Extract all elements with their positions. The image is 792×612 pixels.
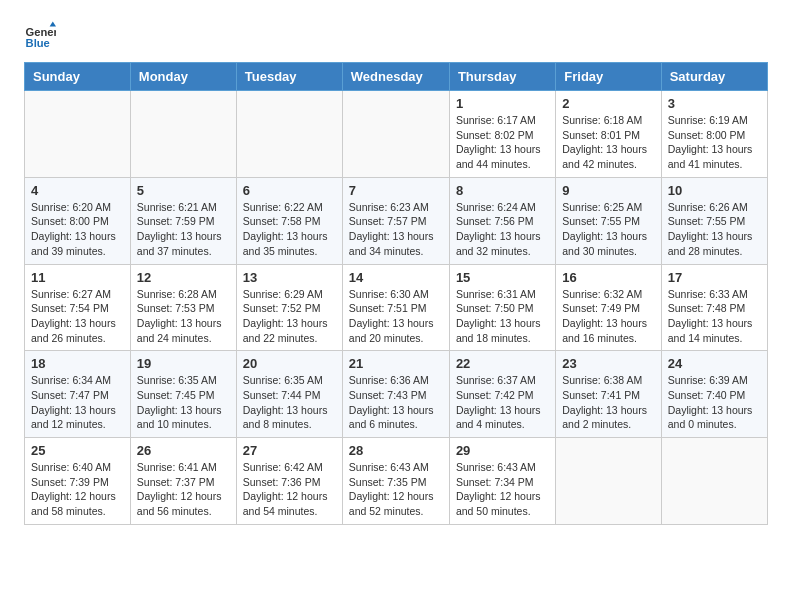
day-number: 29: [456, 443, 549, 458]
svg-text:Blue: Blue: [26, 37, 50, 49]
day-number: 19: [137, 356, 230, 371]
day-info: Sunrise: 6:35 AMSunset: 7:44 PMDaylight:…: [243, 373, 336, 432]
day-info: Sunrise: 6:27 AMSunset: 7:54 PMDaylight:…: [31, 287, 124, 346]
calendar-cell: 10Sunrise: 6:26 AMSunset: 7:55 PMDayligh…: [661, 177, 767, 264]
calendar-week-4: 18Sunrise: 6:34 AMSunset: 7:47 PMDayligh…: [25, 351, 768, 438]
calendar-cell: 14Sunrise: 6:30 AMSunset: 7:51 PMDayligh…: [342, 264, 449, 351]
calendar-cell: 13Sunrise: 6:29 AMSunset: 7:52 PMDayligh…: [236, 264, 342, 351]
svg-text:General: General: [26, 26, 56, 38]
day-info: Sunrise: 6:19 AMSunset: 8:00 PMDaylight:…: [668, 113, 761, 172]
calendar-weekday-monday: Monday: [130, 63, 236, 91]
calendar-cell: 9Sunrise: 6:25 AMSunset: 7:55 PMDaylight…: [556, 177, 661, 264]
day-number: 25: [31, 443, 124, 458]
calendar-cell: [236, 91, 342, 178]
calendar-week-3: 11Sunrise: 6:27 AMSunset: 7:54 PMDayligh…: [25, 264, 768, 351]
day-info: Sunrise: 6:42 AMSunset: 7:36 PMDaylight:…: [243, 460, 336, 519]
day-number: 23: [562, 356, 654, 371]
calendar-cell: 29Sunrise: 6:43 AMSunset: 7:34 PMDayligh…: [449, 438, 555, 525]
day-info: Sunrise: 6:21 AMSunset: 7:59 PMDaylight:…: [137, 200, 230, 259]
calendar-cell: [25, 91, 131, 178]
day-info: Sunrise: 6:39 AMSunset: 7:40 PMDaylight:…: [668, 373, 761, 432]
day-number: 12: [137, 270, 230, 285]
day-info: Sunrise: 6:33 AMSunset: 7:48 PMDaylight:…: [668, 287, 761, 346]
calendar-cell: 15Sunrise: 6:31 AMSunset: 7:50 PMDayligh…: [449, 264, 555, 351]
day-number: 17: [668, 270, 761, 285]
calendar-cell: 18Sunrise: 6:34 AMSunset: 7:47 PMDayligh…: [25, 351, 131, 438]
day-info: Sunrise: 6:30 AMSunset: 7:51 PMDaylight:…: [349, 287, 443, 346]
day-info: Sunrise: 6:20 AMSunset: 8:00 PMDaylight:…: [31, 200, 124, 259]
day-number: 20: [243, 356, 336, 371]
calendar-cell: 22Sunrise: 6:37 AMSunset: 7:42 PMDayligh…: [449, 351, 555, 438]
day-info: Sunrise: 6:31 AMSunset: 7:50 PMDaylight:…: [456, 287, 549, 346]
day-number: 5: [137, 183, 230, 198]
calendar-cell: 21Sunrise: 6:36 AMSunset: 7:43 PMDayligh…: [342, 351, 449, 438]
calendar-weekday-friday: Friday: [556, 63, 661, 91]
calendar-header: SundayMondayTuesdayWednesdayThursdayFrid…: [25, 63, 768, 91]
svg-marker-2: [50, 22, 56, 27]
calendar-table: SundayMondayTuesdayWednesdayThursdayFrid…: [24, 62, 768, 525]
calendar-cell: 26Sunrise: 6:41 AMSunset: 7:37 PMDayligh…: [130, 438, 236, 525]
day-number: 4: [31, 183, 124, 198]
calendar-cell: 4Sunrise: 6:20 AMSunset: 8:00 PMDaylight…: [25, 177, 131, 264]
calendar-cell: 17Sunrise: 6:33 AMSunset: 7:48 PMDayligh…: [661, 264, 767, 351]
day-number: 15: [456, 270, 549, 285]
logo-icon: General Blue: [24, 20, 56, 52]
day-info: Sunrise: 6:22 AMSunset: 7:58 PMDaylight:…: [243, 200, 336, 259]
day-info: Sunrise: 6:38 AMSunset: 7:41 PMDaylight:…: [562, 373, 654, 432]
day-info: Sunrise: 6:24 AMSunset: 7:56 PMDaylight:…: [456, 200, 549, 259]
day-info: Sunrise: 6:36 AMSunset: 7:43 PMDaylight:…: [349, 373, 443, 432]
day-number: 9: [562, 183, 654, 198]
day-number: 8: [456, 183, 549, 198]
calendar-cell: 12Sunrise: 6:28 AMSunset: 7:53 PMDayligh…: [130, 264, 236, 351]
day-info: Sunrise: 6:29 AMSunset: 7:52 PMDaylight:…: [243, 287, 336, 346]
day-info: Sunrise: 6:41 AMSunset: 7:37 PMDaylight:…: [137, 460, 230, 519]
day-info: Sunrise: 6:23 AMSunset: 7:57 PMDaylight:…: [349, 200, 443, 259]
calendar-cell: 25Sunrise: 6:40 AMSunset: 7:39 PMDayligh…: [25, 438, 131, 525]
day-number: 21: [349, 356, 443, 371]
calendar-cell: 20Sunrise: 6:35 AMSunset: 7:44 PMDayligh…: [236, 351, 342, 438]
day-info: Sunrise: 6:17 AMSunset: 8:02 PMDaylight:…: [456, 113, 549, 172]
day-number: 27: [243, 443, 336, 458]
day-number: 16: [562, 270, 654, 285]
calendar-cell: 11Sunrise: 6:27 AMSunset: 7:54 PMDayligh…: [25, 264, 131, 351]
day-info: Sunrise: 6:35 AMSunset: 7:45 PMDaylight:…: [137, 373, 230, 432]
calendar-weekday-wednesday: Wednesday: [342, 63, 449, 91]
day-number: 26: [137, 443, 230, 458]
calendar-cell: 5Sunrise: 6:21 AMSunset: 7:59 PMDaylight…: [130, 177, 236, 264]
calendar-cell: 23Sunrise: 6:38 AMSunset: 7:41 PMDayligh…: [556, 351, 661, 438]
calendar-cell: 2Sunrise: 6:18 AMSunset: 8:01 PMDaylight…: [556, 91, 661, 178]
calendar-cell: 24Sunrise: 6:39 AMSunset: 7:40 PMDayligh…: [661, 351, 767, 438]
day-number: 10: [668, 183, 761, 198]
calendar-body: 1Sunrise: 6:17 AMSunset: 8:02 PMDaylight…: [25, 91, 768, 525]
calendar-weekday-saturday: Saturday: [661, 63, 767, 91]
calendar-cell: 3Sunrise: 6:19 AMSunset: 8:00 PMDaylight…: [661, 91, 767, 178]
calendar-week-1: 1Sunrise: 6:17 AMSunset: 8:02 PMDaylight…: [25, 91, 768, 178]
day-number: 18: [31, 356, 124, 371]
day-info: Sunrise: 6:26 AMSunset: 7:55 PMDaylight:…: [668, 200, 761, 259]
day-info: Sunrise: 6:37 AMSunset: 7:42 PMDaylight:…: [456, 373, 549, 432]
calendar-cell: [661, 438, 767, 525]
calendar-cell: 28Sunrise: 6:43 AMSunset: 7:35 PMDayligh…: [342, 438, 449, 525]
day-number: 1: [456, 96, 549, 111]
day-info: Sunrise: 6:40 AMSunset: 7:39 PMDaylight:…: [31, 460, 124, 519]
day-info: Sunrise: 6:43 AMSunset: 7:35 PMDaylight:…: [349, 460, 443, 519]
calendar-cell: 16Sunrise: 6:32 AMSunset: 7:49 PMDayligh…: [556, 264, 661, 351]
day-info: Sunrise: 6:34 AMSunset: 7:47 PMDaylight:…: [31, 373, 124, 432]
calendar-cell: 1Sunrise: 6:17 AMSunset: 8:02 PMDaylight…: [449, 91, 555, 178]
calendar-cell: 19Sunrise: 6:35 AMSunset: 7:45 PMDayligh…: [130, 351, 236, 438]
day-number: 14: [349, 270, 443, 285]
calendar-cell: 27Sunrise: 6:42 AMSunset: 7:36 PMDayligh…: [236, 438, 342, 525]
day-info: Sunrise: 6:43 AMSunset: 7:34 PMDaylight:…: [456, 460, 549, 519]
day-number: 24: [668, 356, 761, 371]
calendar-week-2: 4Sunrise: 6:20 AMSunset: 8:00 PMDaylight…: [25, 177, 768, 264]
calendar-cell: [130, 91, 236, 178]
calendar-week-5: 25Sunrise: 6:40 AMSunset: 7:39 PMDayligh…: [25, 438, 768, 525]
calendar-weekday-thursday: Thursday: [449, 63, 555, 91]
calendar-weekday-tuesday: Tuesday: [236, 63, 342, 91]
calendar-cell: [556, 438, 661, 525]
page-header: General Blue: [24, 20, 768, 54]
day-info: Sunrise: 6:28 AMSunset: 7:53 PMDaylight:…: [137, 287, 230, 346]
calendar-cell: 7Sunrise: 6:23 AMSunset: 7:57 PMDaylight…: [342, 177, 449, 264]
day-number: 11: [31, 270, 124, 285]
calendar-cell: [342, 91, 449, 178]
